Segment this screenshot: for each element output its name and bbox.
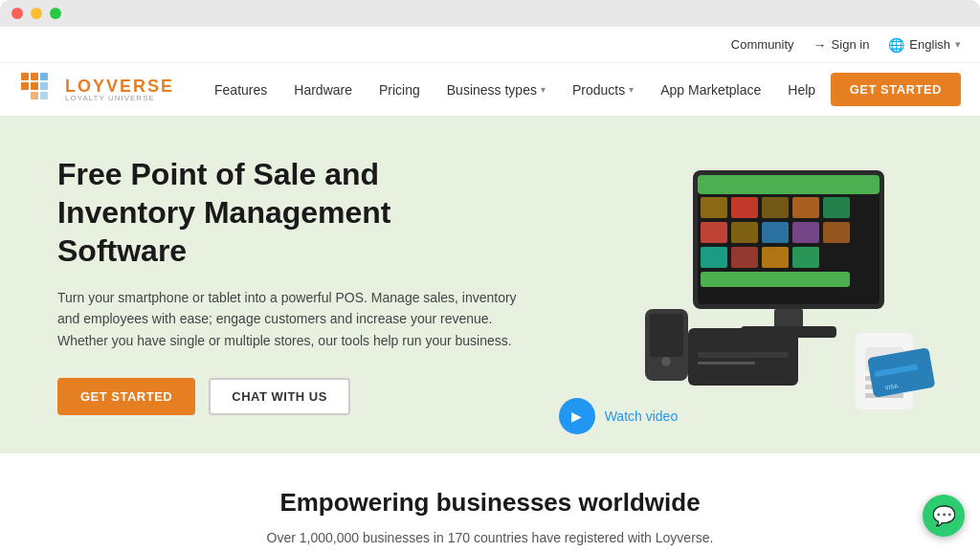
- logo-text: LOYVERSE LOYALTY UNIVERSE: [65, 77, 174, 102]
- language-label: English: [909, 37, 950, 52]
- svg-rect-7: [40, 92, 48, 99]
- svg-rect-29: [698, 352, 789, 358]
- svg-rect-19: [792, 222, 819, 243]
- svg-rect-5: [40, 82, 48, 90]
- svg-point-41: [661, 357, 671, 366]
- nav-help[interactable]: Help: [776, 75, 827, 105]
- empowering-line2: Our apps are available in 30+ languages.: [19, 549, 961, 552]
- close-button[interactable]: [11, 8, 23, 19]
- svg-rect-13: [762, 197, 789, 218]
- empowering-title: Empowering businesses worldwide: [19, 488, 961, 518]
- nav-products[interactable]: Products ▾: [561, 75, 645, 105]
- svg-rect-0: [21, 73, 29, 80]
- window-chrome: [0, 0, 980, 27]
- empowering-section: Empowering businesses worldwide Over 1,0…: [0, 453, 980, 552]
- hero-buttons: GET STARTED CHAT WITH US: [57, 378, 517, 415]
- play-icon: ▶: [559, 398, 595, 434]
- svg-rect-21: [701, 247, 727, 268]
- navbar: LOYVERSE LOYALTY UNIVERSE Features Hardw…: [0, 63, 980, 117]
- community-label: Community: [731, 37, 794, 52]
- language-selector[interactable]: 🌐 English ▾: [888, 37, 961, 53]
- svg-rect-23: [762, 247, 789, 268]
- business-types-chevron-icon: ▾: [541, 84, 546, 95]
- svg-rect-20: [823, 222, 850, 243]
- svg-rect-10: [698, 175, 880, 194]
- logo-icon: [19, 71, 57, 109]
- globe-icon: 🌐: [888, 37, 904, 53]
- logo[interactable]: LOYVERSE LOYALTY UNIVERSE: [19, 71, 174, 109]
- chat-button[interactable]: 💬: [923, 495, 965, 537]
- top-bar: Community → Sign in 🌐 English ▾: [0, 27, 980, 63]
- svg-rect-40: [650, 314, 683, 357]
- svg-rect-15: [823, 197, 850, 218]
- chat-icon: 💬: [932, 504, 956, 527]
- svg-rect-18: [762, 222, 789, 243]
- hero-content: Free Point of Sale and Inventory Managem…: [57, 155, 517, 415]
- svg-rect-11: [701, 197, 727, 218]
- hero-title: Free Point of Sale and Inventory Managem…: [57, 155, 517, 270]
- svg-rect-24: [792, 247, 819, 268]
- signin-icon: →: [813, 37, 827, 53]
- signin-label: Sign in: [832, 37, 870, 52]
- nav-features[interactable]: Features: [203, 75, 278, 105]
- svg-rect-30: [698, 362, 755, 364]
- svg-rect-14: [792, 197, 819, 218]
- nav-business-types[interactable]: Business types ▾: [435, 75, 557, 105]
- nav-pricing[interactable]: Pricing: [368, 75, 432, 105]
- hero-get-started-button[interactable]: GET STARTED: [57, 378, 195, 415]
- hero-description: Turn your smartphone or tablet into a po…: [57, 287, 517, 351]
- community-link[interactable]: Community: [731, 37, 794, 52]
- svg-rect-2: [21, 82, 29, 90]
- svg-rect-26: [774, 309, 803, 328]
- svg-rect-12: [731, 197, 758, 218]
- svg-rect-25: [701, 272, 850, 287]
- pos-device-illustration: VISA: [540, 151, 942, 419]
- svg-rect-22: [731, 247, 758, 268]
- svg-rect-17: [731, 222, 758, 243]
- svg-rect-16: [701, 222, 727, 243]
- hero-chat-button[interactable]: CHAT WITH US: [209, 378, 350, 415]
- nav-app-marketplace[interactable]: App Marketplace: [649, 75, 772, 105]
- svg-rect-1: [31, 73, 38, 80]
- hero-section: Free Point of Sale and Inventory Managem…: [0, 117, 980, 453]
- navbar-get-started-button[interactable]: GET STARTED: [831, 73, 961, 106]
- minimize-button[interactable]: [31, 8, 42, 19]
- signin-link[interactable]: → Sign in: [813, 37, 870, 53]
- watch-video-label: Watch video: [605, 408, 679, 424]
- nav-links: Features Hardware Pricing Business types…: [203, 75, 831, 105]
- svg-rect-3: [31, 82, 38, 90]
- nav-hardware[interactable]: Hardware: [282, 75, 364, 105]
- hero-image: VISA: [540, 151, 942, 419]
- language-chevron-icon: ▾: [955, 38, 961, 51]
- watch-video-button[interactable]: ▶ Watch video: [559, 398, 679, 434]
- svg-rect-4: [40, 73, 48, 80]
- maximize-button[interactable]: [50, 8, 61, 19]
- svg-rect-6: [31, 92, 38, 99]
- empowering-line1: Over 1,000,000 businesses in 170 countri…: [19, 527, 961, 548]
- products-chevron-icon: ▾: [629, 84, 634, 95]
